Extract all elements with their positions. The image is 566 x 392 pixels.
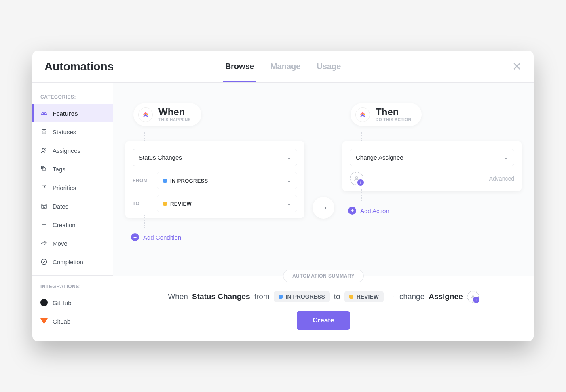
sidebar-item-priorities[interactable]: Priorities xyxy=(32,178,113,197)
sidebar-item-gitlab[interactable]: GitLab xyxy=(32,312,113,331)
connector-line xyxy=(144,215,145,228)
page-title: Automations xyxy=(44,60,114,73)
sidebar-item-statuses[interactable]: Statuses xyxy=(32,122,113,141)
main-panel: When THIS HAPPENS Status Changes ⌄ FROM xyxy=(113,83,534,341)
to-label: TO xyxy=(133,201,151,207)
trigger-card: Status Changes ⌄ FROM IN PROGRESS ⌄ TO xyxy=(125,141,304,218)
crown-icon xyxy=(40,110,48,117)
categories-section-label: CATEGORIES: xyxy=(32,90,113,104)
automations-modal: Automations Browse Manage Usage ✕ CATEGO… xyxy=(32,51,534,341)
sidebar-item-features[interactable]: Features xyxy=(32,104,113,122)
sidebar-item-assignees[interactable]: Assignees xyxy=(32,141,113,160)
sidebar-item-label: Move xyxy=(53,240,68,247)
when-subtitle: THIS HAPPENS xyxy=(158,118,191,122)
then-column: Then DO THIS ACTION Change Assignee ⌄ xyxy=(342,103,522,215)
tab-browse[interactable]: Browse xyxy=(225,51,254,82)
summary-to-status: REVIEW xyxy=(357,293,379,300)
gitlab-icon xyxy=(40,318,48,325)
sidebar-item-label: Assignees xyxy=(53,147,80,154)
flag-icon xyxy=(40,184,48,191)
when-header: When THIS HAPPENS xyxy=(133,103,201,126)
summary-assignee-button[interactable]: + xyxy=(467,291,479,303)
tab-manage[interactable]: Manage xyxy=(270,51,300,82)
trigger-select[interactable]: Status Changes ⌄ xyxy=(133,149,297,166)
summary-trigger: Status Changes xyxy=(192,292,250,301)
sidebar-item-label: Completion xyxy=(53,259,83,266)
github-icon xyxy=(40,299,48,306)
square-icon xyxy=(40,128,48,135)
clickup-logo-icon xyxy=(138,107,153,122)
chevron-down-icon: ⌄ xyxy=(287,178,291,183)
svg-point-8 xyxy=(355,177,357,179)
svg-point-9 xyxy=(472,295,474,297)
sidebar-item-dates[interactable]: 1 Dates xyxy=(32,197,113,215)
from-status-select[interactable]: IN PROGRESS ⌄ xyxy=(157,172,297,189)
summary-section: AUTOMATION SUMMARY When Status Changes f… xyxy=(113,276,534,341)
sidebar-item-label: Creation xyxy=(53,221,76,228)
summary-line: When Status Changes from IN PROGRESS to … xyxy=(125,291,522,303)
summary-from-text: from xyxy=(254,292,270,301)
create-button[interactable]: Create xyxy=(297,311,351,330)
plus-circle-icon: + xyxy=(131,233,139,241)
svg-point-4 xyxy=(42,167,43,168)
connector-line xyxy=(361,189,362,201)
plus-badge-icon: + xyxy=(357,179,364,186)
svg-point-7 xyxy=(41,259,47,265)
sidebar-item-label: GitLab xyxy=(53,318,70,325)
users-icon xyxy=(40,147,48,154)
add-condition-label: Add Condition xyxy=(143,234,181,241)
when-title: When xyxy=(158,107,191,117)
sidebar-item-label: GitHub xyxy=(53,299,72,306)
sidebar-item-label: Dates xyxy=(53,203,68,210)
forward-icon xyxy=(40,240,48,247)
add-condition-button[interactable]: + Add Condition xyxy=(131,233,304,241)
to-row: TO REVIEW ⌄ xyxy=(133,195,297,212)
advanced-link[interactable]: Advanced xyxy=(489,175,514,182)
plus-badge-icon: + xyxy=(473,297,479,303)
summary-action: Assignee xyxy=(429,292,463,301)
add-action-label: Add Action xyxy=(360,207,389,214)
modal-header: Automations Browse Manage Usage ✕ xyxy=(32,51,534,83)
svg-rect-1 xyxy=(43,131,45,133)
summary-when: When xyxy=(168,292,188,301)
plus-icon xyxy=(40,221,48,228)
chevron-down-icon: ⌄ xyxy=(287,155,291,160)
action-value: Change Assignee xyxy=(356,154,403,161)
sidebar-item-move[interactable]: Move xyxy=(32,234,113,253)
summary-change-text: change xyxy=(399,292,424,301)
automation-builder: When THIS HAPPENS Status Changes ⌄ FROM xyxy=(113,83,534,276)
to-status-select[interactable]: REVIEW ⌄ xyxy=(157,195,297,212)
check-circle-icon xyxy=(40,258,48,266)
tab-usage[interactable]: Usage xyxy=(317,51,341,82)
svg-rect-0 xyxy=(42,130,46,134)
action-select[interactable]: Change Assignee ⌄ xyxy=(350,149,514,166)
summary-from-pill: IN PROGRESS xyxy=(274,291,330,302)
then-title: Then xyxy=(376,107,411,117)
summary-to-text: to xyxy=(334,292,340,301)
from-label: FROM xyxy=(133,178,151,183)
sidebar: CATEGORIES: Features Statuses Assignees … xyxy=(32,83,113,341)
trigger-value: Status Changes xyxy=(139,154,182,161)
add-action-button[interactable]: + Add Action xyxy=(348,207,522,215)
sidebar-divider xyxy=(32,275,113,276)
close-icon[interactable]: ✕ xyxy=(512,61,522,72)
chevron-down-icon: ⌄ xyxy=(504,155,508,160)
status-color-icon xyxy=(279,295,283,299)
summary-badge: AUTOMATION SUMMARY xyxy=(283,270,364,282)
summary-to-pill: REVIEW xyxy=(344,291,384,302)
when-column: When THIS HAPPENS Status Changes ⌄ FROM xyxy=(125,103,304,241)
sidebar-item-tags[interactable]: Tags xyxy=(32,160,113,178)
add-assignee-button[interactable]: + xyxy=(350,172,363,185)
tag-icon xyxy=(40,165,48,173)
svg-text:1: 1 xyxy=(44,206,45,208)
sidebar-item-creation[interactable]: Creation xyxy=(32,215,113,234)
then-subtitle: DO THIS ACTION xyxy=(376,118,411,122)
svg-point-3 xyxy=(44,149,46,150)
modal-body: CATEGORIES: Features Statuses Assignees … xyxy=(32,83,534,341)
sidebar-item-completion[interactable]: Completion xyxy=(32,253,113,271)
assignee-row: + Advanced xyxy=(350,172,514,185)
status-color-icon xyxy=(163,179,167,183)
sidebar-item-github[interactable]: GitHub xyxy=(32,293,113,312)
sidebar-item-label: Statuses xyxy=(53,129,76,135)
sidebar-item-label: Priorities xyxy=(53,184,76,191)
